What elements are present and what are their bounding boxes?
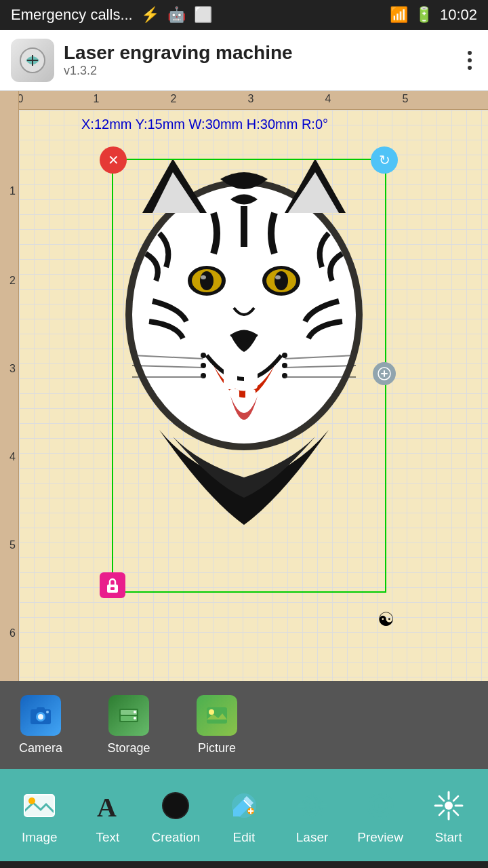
tool-drawer: Camera Storage Picture	[0, 681, 488, 769]
svg-text:A: A	[97, 792, 117, 822]
app-title-group: Laser engraving machine v1.3.2	[64, 42, 462, 78]
nav-item-image[interactable]: Image	[9, 785, 70, 845]
nav-item-start[interactable]: Start	[418, 785, 479, 845]
laser-nav-icon	[292, 785, 333, 826]
recent-button[interactable]: □	[388, 866, 426, 869]
ruler-v-4: 4	[9, 451, 16, 463]
start-nav-icon	[428, 785, 469, 826]
android-icon: 🤖	[167, 6, 186, 24]
nav-item-preview[interactable]: Preview	[350, 785, 411, 845]
ruler-h-1: 1	[94, 93, 100, 105]
ruler-h-3: 3	[248, 93, 254, 105]
drawer-item-picture[interactable]: Picture	[190, 695, 244, 755]
svg-line-77	[439, 796, 444, 801]
ruler-h-4: 4	[325, 93, 331, 105]
delete-handle[interactable]: ✕	[100, 146, 127, 174]
svg-point-41	[46, 711, 49, 713]
picture-label: Picture	[198, 741, 236, 755]
svg-point-56	[163, 793, 188, 818]
svg-line-80	[439, 810, 444, 815]
svg-point-70	[379, 793, 382, 796]
svg-point-39	[38, 714, 43, 719]
resize-handle[interactable]	[373, 362, 396, 385]
usb-icon: ⚡	[141, 6, 159, 24]
text-nav-label: Text	[96, 830, 119, 845]
svg-point-52	[28, 797, 35, 804]
screen-icon: ⬜	[194, 6, 212, 24]
bottom-nav: Image A Text Creation	[0, 769, 488, 861]
preview-nav-label: Preview	[357, 830, 403, 845]
app-version: v1.3.2	[64, 64, 462, 78]
ruler-h-5: 5	[403, 93, 409, 105]
image-nav-icon	[19, 785, 60, 826]
home-button[interactable]: ○	[226, 866, 264, 869]
text-nav-icon: A	[87, 785, 128, 826]
svg-point-63	[309, 802, 316, 809]
battery-icon: 🔋	[415, 6, 433, 24]
creation-nav-icon	[155, 785, 196, 826]
svg-point-47	[134, 717, 136, 719]
svg-point-50	[209, 709, 214, 715]
drawer-item-camera[interactable]: Camera	[14, 695, 68, 755]
picture-icon	[197, 695, 237, 736]
svg-point-71	[390, 804, 392, 807]
yinyang-handle[interactable]: ☯	[373, 606, 399, 632]
svg-line-78	[453, 810, 458, 815]
svg-point-72	[445, 802, 453, 810]
svg-rect-35	[110, 587, 115, 590]
ruler-v-1: 1	[9, 185, 16, 197]
nav-item-edit[interactable]: Edit	[214, 785, 274, 845]
ruler-v-6: 6	[9, 627, 16, 639]
overflow-dot-3	[468, 66, 472, 70]
svg-point-46	[134, 711, 136, 713]
drawer-item-storage[interactable]: Storage	[102, 695, 156, 755]
back-button[interactable]: ◁	[62, 866, 102, 869]
edit-nav-label: Edit	[233, 830, 256, 845]
edit-nav-icon	[224, 785, 264, 826]
overflow-dot-1	[468, 51, 472, 55]
storage-icon	[108, 695, 149, 736]
camera-icon	[20, 695, 61, 736]
selection-box	[112, 159, 386, 593]
ruler-v-5: 5	[9, 539, 16, 551]
rotate-handle[interactable]: ↻	[371, 146, 398, 174]
preview-nav-icon	[360, 785, 401, 826]
laser-nav-label: Laser	[296, 830, 329, 845]
ruler-left: 1 2 3 4 5 6	[0, 91, 19, 681]
wifi-icon: 📶	[390, 6, 408, 24]
creation-nav-label: Creation	[151, 830, 200, 845]
overflow-dot-2	[468, 58, 472, 62]
nav-item-text[interactable]: A Text	[77, 785, 138, 845]
app-header: Laser engraving machine v1.3.2	[0, 30, 488, 91]
carrier-text: Emergency calls...	[11, 6, 133, 24]
ruler-v-3: 3	[9, 363, 16, 375]
dimension-label: X:12mm Y:15mm W:30mm H:30mm R:0°	[81, 117, 328, 132]
app-icon	[11, 39, 54, 82]
canvas-area[interactable]: 0 1 2 3 4 5 1 2 3 4 5 6 X:12mm Y:15mm W:…	[0, 91, 488, 681]
ruler-h-2: 2	[171, 93, 177, 105]
status-left: Emergency calls... ⚡ 🤖 ⬜	[11, 6, 212, 24]
svg-rect-40	[37, 707, 45, 711]
nav-item-creation[interactable]: Creation	[145, 785, 206, 845]
status-bar: Emergency calls... ⚡ 🤖 ⬜ 📶 🔋 10:02	[0, 0, 488, 30]
camera-label: Camera	[19, 741, 62, 755]
status-right: 📶 🔋 10:02	[390, 6, 477, 24]
storage-label: Storage	[107, 741, 150, 755]
app-title: Laser engraving machine	[64, 42, 462, 64]
svg-line-79	[453, 796, 458, 801]
time-display: 10:02	[440, 6, 477, 24]
overflow-menu-button[interactable]	[462, 45, 477, 75]
ruler-top: 0 1 2 3 4 5	[0, 91, 488, 110]
image-nav-label: Image	[22, 830, 58, 845]
start-nav-label: Start	[435, 830, 462, 845]
nav-item-laser[interactable]: Laser	[282, 785, 343, 845]
svg-rect-49	[207, 707, 227, 724]
android-nav: ◁ ○ □	[0, 861, 488, 868]
ruler-v-2: 2	[9, 275, 16, 287]
lock-handle[interactable]	[100, 572, 125, 598]
